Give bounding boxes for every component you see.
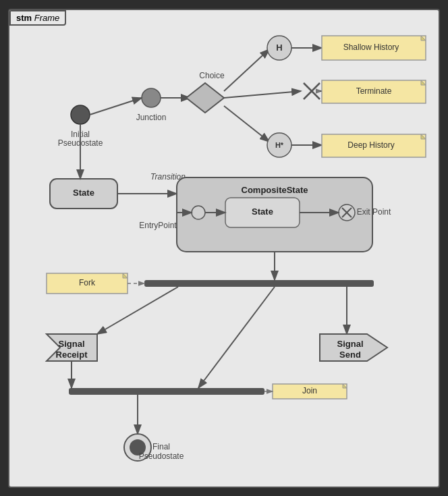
signal-send-text2: Send — [339, 350, 361, 360]
fork-text: Fork — [79, 278, 96, 287]
choice-to-deep-history-line — [224, 106, 269, 142]
frame-title: stm — [16, 13, 32, 23]
composite-state-text: CompositeState — [242, 185, 308, 195]
shallow-history-h-text: H — [276, 43, 282, 53]
junction-label: Junction — [136, 113, 167, 122]
signal-receipt-text1: Signal — [58, 339, 84, 349]
fork-to-join-line — [198, 287, 275, 388]
deep-history-h-text: H* — [275, 140, 284, 148]
join-text: Join — [302, 386, 317, 395]
choice-to-shallow-history-line — [224, 49, 269, 91]
junction-symbol — [142, 88, 161, 107]
entry-point-symbol — [192, 206, 205, 219]
final-label2: Pseudostate — [139, 451, 184, 461]
signal-send-text1: Signal — [337, 339, 363, 349]
choice-label: Choice — [199, 71, 225, 80]
initial-to-junction-line — [90, 98, 142, 115]
terminate-text: Terminate — [356, 86, 392, 96]
frame-label: stm Frame — [9, 10, 66, 26]
deep-history-text: Deep History — [347, 140, 394, 150]
signal-receipt-text2: Receipt — [56, 350, 88, 360]
diagram-frame: stm Frame Initial Pseudostate Junction — [8, 9, 440, 488]
diagram-svg: Initial Pseudostate Junction Choice H Sh… — [9, 10, 439, 487]
fork-bar — [144, 280, 374, 287]
exit-point-label: Exit Point — [357, 207, 391, 217]
join-bar — [69, 388, 264, 395]
initial-pseudostate-symbol — [71, 105, 90, 124]
shallow-history-text: Shallow History — [343, 43, 399, 52]
inner-state-text: State — [252, 206, 273, 217]
state-text-left: State — [73, 188, 94, 198]
choice-to-terminate-line — [224, 91, 301, 98]
entry-point-label: EntryPoint — [139, 221, 177, 230]
choice-symbol — [186, 83, 224, 113]
final-label1: Final — [152, 442, 170, 451]
frame-subtitle: Frame — [34, 13, 60, 23]
